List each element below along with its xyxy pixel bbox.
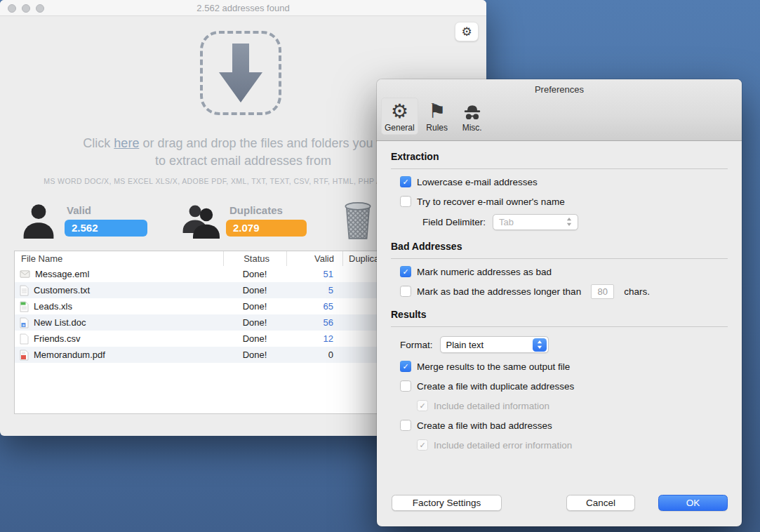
merge-results-checkbox[interactable]: ✓: [400, 361, 411, 372]
zoom-button[interactable]: [36, 4, 44, 13]
chars-label: chars.: [624, 286, 650, 297]
mark-longer-label: Mark as bad the addresses longer than: [417, 286, 581, 297]
drop-zone[interactable]: [200, 31, 281, 115]
gear-icon: ⚙: [461, 25, 472, 39]
create-bad-file-label: Create a file with bad addresses: [417, 420, 552, 431]
pdf-file-icon: [20, 350, 29, 361]
doc-file-icon: a: [20, 317, 29, 328]
preferences-toolbar: Preferences ⚙ General ⚑ Rules: [377, 79, 742, 141]
lowercase-label: Lowercase e-mail addresses: [417, 177, 538, 187]
merge-results-label: Merge results to the same output file: [417, 361, 570, 372]
eml-file-icon: [20, 269, 30, 279]
include-info-checkbox: ✓: [417, 400, 428, 411]
divider: [391, 326, 728, 327]
create-duplicates-file-checkbox[interactable]: [400, 380, 411, 392]
settings-gear-button[interactable]: ⚙: [455, 22, 479, 41]
preferences-content: Extraction ✓ Lowercase e-mail addresses …: [377, 141, 742, 526]
section-title-extraction: Extraction: [391, 151, 728, 162]
include-error-label: Include detailed error information: [434, 440, 572, 451]
close-button[interactable]: [8, 4, 16, 13]
preferences-footer: Factory Settings Cancel OK: [392, 495, 728, 511]
minimize-button[interactable]: [22, 4, 30, 13]
tab-misc[interactable]: Misc.: [456, 98, 488, 135]
main-titlebar: 2.562 addresses found: [0, 0, 486, 16]
valid-label: Valid: [67, 204, 91, 216]
spy-icon: [460, 100, 485, 122]
preferences-tabs: ⚙ General ⚑ Rules Misc.: [381, 98, 488, 135]
mark-longer-checkbox[interactable]: [400, 286, 411, 297]
cancel-button[interactable]: Cancel: [566, 495, 635, 511]
factory-settings-button[interactable]: Factory Settings: [392, 495, 502, 511]
field-delimiter-select[interactable]: Tab: [493, 214, 578, 230]
mark-numeric-label: Mark numeric addresses as bad: [417, 267, 552, 277]
format-label: Format:: [400, 340, 433, 350]
section-title-results: Results: [391, 309, 728, 320]
csv-file-icon: [20, 333, 29, 345]
max-chars-input[interactable]: [591, 284, 614, 299]
flag-icon: ⚑: [425, 100, 450, 122]
mark-numeric-checkbox[interactable]: ✓: [400, 266, 411, 277]
duplicates-people-icon: [180, 200, 222, 241]
divider: [391, 168, 728, 169]
ok-button[interactable]: OK: [658, 495, 728, 511]
window-title: 2.562 addresses found: [0, 0, 486, 16]
duplicates-label: Duplicates: [229, 204, 283, 216]
format-select[interactable]: Plain text: [440, 336, 549, 353]
chevron-up-down-icon: [562, 215, 576, 229]
chevron-up-down-icon: [533, 338, 547, 352]
preferences-title: Preferences: [377, 79, 742, 95]
column-header-file-name[interactable]: File Name: [15, 251, 223, 266]
create-bad-file-checkbox[interactable]: [400, 420, 411, 431]
txt-file-icon: [20, 285, 29, 296]
xls-file-icon: [20, 301, 29, 312]
divider: [391, 258, 728, 259]
create-duplicates-file-label: Create a file with duplicate addresses: [417, 381, 574, 392]
recover-name-checkbox[interactable]: [400, 196, 411, 207]
click-here-link[interactable]: here: [114, 136, 139, 150]
recover-name-label: Try to recover e-mail owner's name: [417, 197, 565, 207]
section-title-bad-addresses: Bad Addresses: [391, 241, 728, 252]
column-header-status[interactable]: Status: [223, 251, 286, 266]
column-header-valid[interactable]: Valid: [286, 251, 342, 266]
include-info-label: Include detailed information: [434, 401, 549, 411]
trash-icon[interactable]: [342, 199, 374, 244]
download-arrow-icon: [219, 44, 262, 102]
preferences-window: Preferences ⚙ General ⚑ Rules: [377, 79, 742, 526]
gear-icon: ⚙: [385, 100, 415, 122]
include-error-checkbox: ✓: [417, 439, 428, 451]
tab-general[interactable]: ⚙ General: [381, 98, 418, 135]
valid-count-badge: 2.562: [65, 220, 147, 237]
tab-rules[interactable]: ⚑ Rules: [421, 98, 453, 135]
valid-person-icon: [20, 200, 58, 241]
field-delimiter-label: Field Delimiter:: [422, 217, 486, 227]
duplicates-count-badge: 2.079: [226, 220, 307, 237]
lowercase-checkbox[interactable]: ✓: [400, 176, 411, 187]
